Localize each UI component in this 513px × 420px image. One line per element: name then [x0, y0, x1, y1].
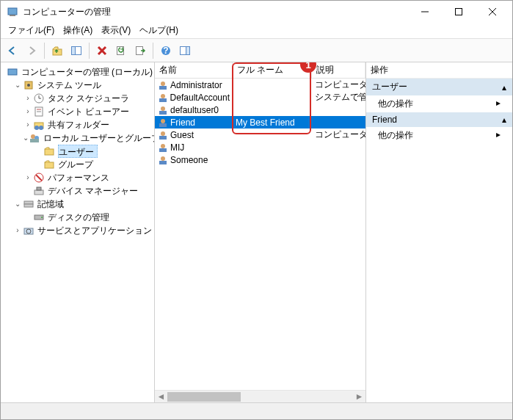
column-name[interactable]: 名前: [155, 62, 233, 78]
table-row[interactable]: Guestコンピューター/ド: [155, 128, 365, 141]
refresh-button[interactable]: [112, 42, 130, 59]
svg-line-5: [489, 8, 496, 15]
cell-description: コンピューター/ド: [312, 79, 365, 91]
svg-rect-38: [24, 201, 33, 204]
collapse-icon: ▴: [502, 115, 506, 125]
cell-name: defaultuser0: [155, 105, 233, 115]
cell-description: システムで管理さ: [312, 91, 365, 104]
svg-rect-8: [72, 46, 76, 54]
tree-services-apps[interactable]: ›サービスとアプリケーション: [2, 224, 153, 237]
menu-help[interactable]: ヘルプ(H): [135, 23, 183, 38]
action-other-2[interactable]: 他の操作▸: [366, 127, 512, 144]
svg-rect-47: [159, 98, 167, 102]
column-headers: 名前 フル ネーム 説明: [155, 62, 365, 79]
svg-rect-49: [159, 111, 167, 115]
table-row[interactable]: MIJ: [155, 141, 365, 153]
tree-label: イベント ビューアー: [48, 105, 129, 118]
menu-view[interactable]: 表示(V): [97, 23, 135, 38]
horizontal-scrollbar[interactable]: ◄ ►: [155, 390, 365, 402]
tree-event-viewer[interactable]: ›イベント ビューアー: [2, 105, 153, 118]
svg-rect-17: [8, 69, 17, 75]
show-hide-tree-button[interactable]: [68, 42, 85, 59]
column-fullname[interactable]: フル ネーム: [233, 62, 312, 78]
help-button[interactable]: ?: [157, 42, 175, 59]
export-list-button[interactable]: [131, 42, 149, 59]
tree-label: 共有フォルダー: [48, 118, 109, 131]
tree-users-label: ユーザー: [58, 145, 98, 158]
tree-users[interactable]: ユーザー: [2, 145, 153, 158]
scroll-right-arrow[interactable]: ►: [353, 391, 365, 403]
cell-name: MIJ: [155, 142, 233, 153]
menu-action[interactable]: 操作(A): [59, 23, 97, 38]
table-row[interactable]: defaultuser0: [155, 104, 365, 116]
minimize-button[interactable]: [408, 1, 442, 23]
svg-rect-37: [37, 187, 41, 190]
svg-rect-16: [186, 46, 190, 54]
collapse-icon: ▴: [502, 82, 506, 93]
action-panel: 操作 ユーザー▴ 他の操作▸ Friend▴ 他の操作▸: [365, 62, 512, 402]
tree-label: システム ツール: [37, 79, 101, 92]
tree-device-manager[interactable]: デバイス マネージャー: [2, 184, 153, 198]
cell-fullname: My Best Friend: [233, 117, 312, 128]
table-row[interactable]: DefaultAccountシステムで管理さ: [155, 91, 365, 104]
maximize-button[interactable]: [442, 1, 476, 23]
action-other-1[interactable]: 他の操作▸: [366, 95, 512, 112]
tree-label: デバイス マネージャー: [48, 184, 138, 198]
tree-panel[interactable]: コンピューターの管理 (ローカル) ⌄システム ツール ›タスク スケジューラ …: [1, 62, 155, 402]
svg-point-52: [161, 131, 165, 136]
svg-point-50: [161, 119, 165, 123]
svg-text:?: ?: [163, 46, 168, 56]
svg-line-4: [489, 8, 496, 15]
action-section-friend[interactable]: Friend▴: [366, 112, 512, 127]
list-rows[interactable]: Administratorコンピューター/ドDefaultAccountシステム…: [155, 79, 365, 390]
tree-groups[interactable]: グループ: [2, 158, 153, 171]
tree-system-tools[interactable]: ⌄システム ツール: [2, 79, 153, 92]
action-section-users[interactable]: ユーザー▴: [366, 79, 512, 95]
tree-task-scheduler[interactable]: ›タスク スケジューラ: [2, 92, 153, 105]
tree-root-label: コンピューターの管理 (ローカル): [21, 65, 153, 79]
action-pane-button[interactable]: [176, 42, 194, 59]
svg-point-56: [161, 156, 165, 161]
svg-rect-55: [159, 148, 167, 152]
svg-rect-57: [159, 161, 167, 164]
svg-point-27: [34, 126, 39, 130]
svg-point-19: [27, 84, 30, 87]
action-header: 操作: [366, 62, 512, 79]
delete-button[interactable]: [93, 42, 111, 59]
cell-name: Friend: [155, 117, 233, 128]
svg-rect-39: [24, 204, 33, 207]
close-button[interactable]: [476, 1, 509, 23]
table-row[interactable]: Someone: [155, 153, 365, 166]
up-button[interactable]: [48, 42, 66, 59]
svg-point-44: [161, 82, 165, 86]
tree-shared-folders[interactable]: ›共有フォルダー: [2, 118, 153, 131]
tree-performance[interactable]: ›パフォーマンス: [2, 171, 153, 184]
svg-rect-51: [159, 123, 167, 127]
menu-file[interactable]: ファイル(F): [4, 23, 59, 38]
scroll-left-arrow[interactable]: ◄: [155, 391, 167, 403]
forward-button[interactable]: [23, 42, 40, 59]
cell-name: Someone: [155, 155, 233, 165]
titlebar: コンピューターの管理: [1, 1, 512, 23]
svg-point-54: [161, 144, 165, 148]
back-button[interactable]: [4, 42, 21, 59]
svg-point-46: [161, 94, 165, 98]
tree-label: グループ: [58, 158, 93, 171]
tree-disk-management[interactable]: ディスクの管理: [2, 211, 153, 224]
svg-point-28: [39, 126, 43, 130]
table-row[interactable]: Administratorコンピューター/ド: [155, 79, 365, 91]
tree-storage[interactable]: ⌄記憶域: [2, 198, 153, 211]
svg-rect-31: [30, 139, 39, 142]
svg-rect-36: [34, 190, 43, 195]
action-section-label: Friend: [372, 115, 397, 125]
table-row[interactable]: FriendMy Best Friend: [155, 116, 365, 128]
chevron-right-icon: ▸: [496, 129, 501, 142]
action-section-label: ユーザー: [372, 81, 407, 93]
action-item-label: 他の操作: [378, 98, 413, 110]
tree-root[interactable]: コンピューターの管理 (ローカル): [2, 65, 153, 79]
column-description[interactable]: 説明: [312, 62, 365, 78]
tree-local-users-groups[interactable]: ⌄ローカル ユーザーとグループ: [2, 131, 153, 145]
svg-rect-53: [159, 136, 167, 140]
tree-label: サービスとアプリケーション: [37, 224, 152, 237]
scroll-thumb[interactable]: [167, 392, 241, 402]
